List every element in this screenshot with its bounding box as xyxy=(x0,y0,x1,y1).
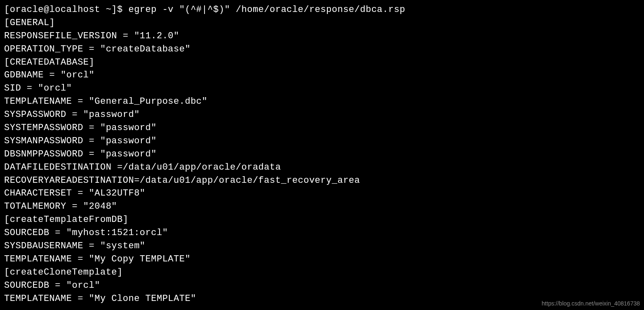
terminal-line: CHARACTERSET = "AL32UTF8" xyxy=(4,187,640,200)
terminal-line: SOURCEDB = "myhost:1521:orcl" xyxy=(4,226,640,240)
terminal-line: TEMPLATENAME = "General_Purpose.dbc" xyxy=(4,95,640,108)
terminal-line: DBSNMPPASSWORD = "password" xyxy=(4,148,640,161)
terminal-line: [createCloneTemplate] xyxy=(4,266,640,279)
terminal-line: RESPONSEFILE_VERSION = "11.2.0" xyxy=(4,30,640,43)
terminal-line: SOURCEDB = "orcl" xyxy=(4,279,640,292)
terminal-line: SID = "orcl" xyxy=(4,82,640,95)
terminal-prompt-line: [oracle@localhost ~]$ egrep -v "(^#|^$)"… xyxy=(4,3,640,16)
terminal-line: TOTALMEMORY = "2048" xyxy=(4,200,640,213)
terminal-line: SYSTEMPASSWORD = "password" xyxy=(4,121,640,135)
terminal-line: GDBNAME = "orcl" xyxy=(4,69,640,82)
terminal-line: OPERATION_TYPE = "createDatabase" xyxy=(4,43,640,56)
terminal-line: TEMPLATENAME = "My Copy TEMPLATE" xyxy=(4,253,640,266)
terminal-line: SYSDBAUSERNAME = "system" xyxy=(4,240,640,253)
terminal-line: SYSMANPASSWORD = "password" xyxy=(4,135,640,148)
terminal-line: RECOVERYAREADESTINATION=/data/u01/app/or… xyxy=(4,174,640,187)
terminal-line: [CREATEDATABASE] xyxy=(4,56,640,69)
terminal-line: [createTemplateFromDB] xyxy=(4,213,640,226)
terminal-output[interactable]: [oracle@localhost ~]$ egrep -v "(^#|^$)"… xyxy=(4,3,640,305)
watermark-text: https://blog.csdn.net/weixin_40816738 xyxy=(542,299,640,308)
terminal-line: SYSPASSWORD = "password" xyxy=(4,108,640,121)
terminal-line: DATAFILEDESTINATION =/data/u01/app/oracl… xyxy=(4,161,640,174)
terminal-line: [GENERAL] xyxy=(4,16,640,30)
